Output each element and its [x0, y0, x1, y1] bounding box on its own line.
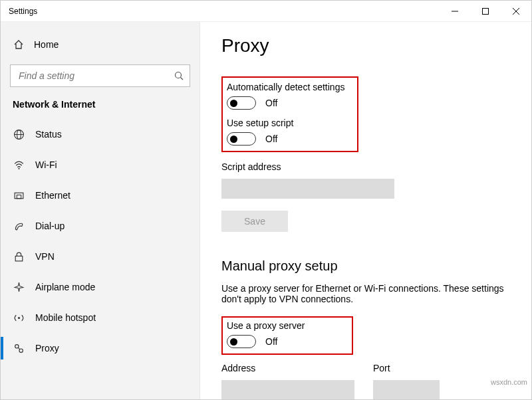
- sidebar-item-hotspot[interactable]: Mobile hotspot: [1, 302, 200, 333]
- script-address-input[interactable]: [221, 179, 394, 199]
- vpn-icon: [13, 251, 25, 262]
- save-button[interactable]: Save: [221, 211, 288, 232]
- ethernet-icon: [13, 190, 25, 201]
- sidebar-item-label: Wi-Fi: [35, 159, 57, 170]
- window-title: Settings: [9, 7, 37, 16]
- search-box[interactable]: [10, 64, 190, 87]
- home-icon: [13, 39, 25, 50]
- use-proxy-toggle[interactable]: [227, 335, 256, 348]
- auto-detect-label: Automatically detect settings: [227, 82, 350, 92]
- sidebar-item-ethernet[interactable]: Ethernet: [1, 180, 200, 211]
- title-bar: Settings: [1, 1, 531, 22]
- svg-rect-1: [483, 8, 489, 14]
- auto-detect-state: Off: [265, 98, 277, 108]
- sidebar-item-label: Mobile hotspot: [35, 312, 96, 323]
- maximize-icon: [482, 8, 489, 15]
- highlight-auto-setup: Automatically detect settings Off Use se…: [221, 76, 358, 152]
- svg-point-15: [19, 349, 23, 352]
- setup-script-toggle[interactable]: [227, 132, 256, 146]
- maximize-button[interactable]: [470, 1, 501, 22]
- setup-script-label: Use setup script: [227, 118, 350, 128]
- svg-rect-12: [15, 256, 23, 260]
- sidebar-item-label: Ethernet: [35, 190, 70, 201]
- highlight-use-proxy: Use a proxy server Off: [221, 316, 353, 355]
- setup-script-state: Off: [265, 134, 277, 144]
- home-label: Home: [34, 39, 59, 50]
- svg-rect-11: [17, 195, 21, 198]
- svg-point-13: [17, 316, 19, 318]
- svg-rect-10: [15, 193, 23, 199]
- globe-icon: [13, 129, 25, 140]
- sidebar-item-status[interactable]: Status: [1, 119, 200, 150]
- use-proxy-label: Use a proxy server: [227, 320, 346, 331]
- svg-point-9: [18, 167, 19, 169]
- airplane-icon: [13, 282, 25, 293]
- home-button[interactable]: Home: [1, 31, 200, 58]
- svg-point-4: [176, 72, 182, 78]
- manual-heading: Manual proxy setup: [221, 258, 513, 274]
- sidebar-section-title: Network & Internet: [1, 95, 200, 119]
- hotspot-icon: [13, 312, 25, 324]
- proxy-icon: [13, 343, 25, 354]
- sidebar-item-wifi[interactable]: Wi-Fi: [1, 150, 200, 180]
- sidebar-item-vpn[interactable]: VPN: [1, 241, 200, 272]
- use-proxy-state: Off: [265, 336, 277, 347]
- search-icon: [174, 70, 184, 81]
- address-label: Address: [221, 363, 354, 373]
- port-label: Port: [373, 363, 440, 373]
- sidebar-item-label: Status: [35, 129, 62, 140]
- close-button[interactable]: [501, 1, 531, 22]
- svg-point-14: [15, 344, 18, 348]
- sidebar: Home Network & Internet Status Wi-Fi E: [1, 22, 200, 399]
- sidebar-item-label: Dial-up: [35, 221, 65, 231]
- svg-line-16: [18, 348, 19, 349]
- page-title: Proxy: [221, 35, 513, 56]
- sidebar-item-label: Proxy: [35, 343, 59, 353]
- auto-detect-toggle[interactable]: [227, 96, 256, 110]
- address-input[interactable]: [221, 380, 354, 399]
- sidebar-item-airplane[interactable]: Airplane mode: [1, 272, 200, 302]
- minimize-button[interactable]: [440, 1, 470, 22]
- svg-line-5: [181, 78, 184, 80]
- sidebar-item-proxy[interactable]: Proxy: [1, 333, 200, 363]
- port-input[interactable]: [373, 380, 440, 399]
- main-content: Proxy Automatically detect settings Off …: [200, 22, 531, 399]
- dialup-icon: [13, 221, 25, 232]
- minimize-icon: [452, 8, 458, 15]
- sidebar-item-label: Airplane mode: [35, 282, 95, 292]
- search-input[interactable]: [17, 70, 174, 82]
- manual-description: Use a proxy server for Ethernet or Wi-Fi…: [221, 283, 507, 304]
- sidebar-item-label: VPN: [35, 251, 55, 262]
- close-icon: [513, 8, 519, 15]
- script-address-label: Script address: [221, 161, 513, 172]
- watermark: wsxdn.com: [491, 378, 527, 386]
- sidebar-item-dialup[interactable]: Dial-up: [1, 211, 200, 241]
- wifi-icon: [13, 159, 25, 171]
